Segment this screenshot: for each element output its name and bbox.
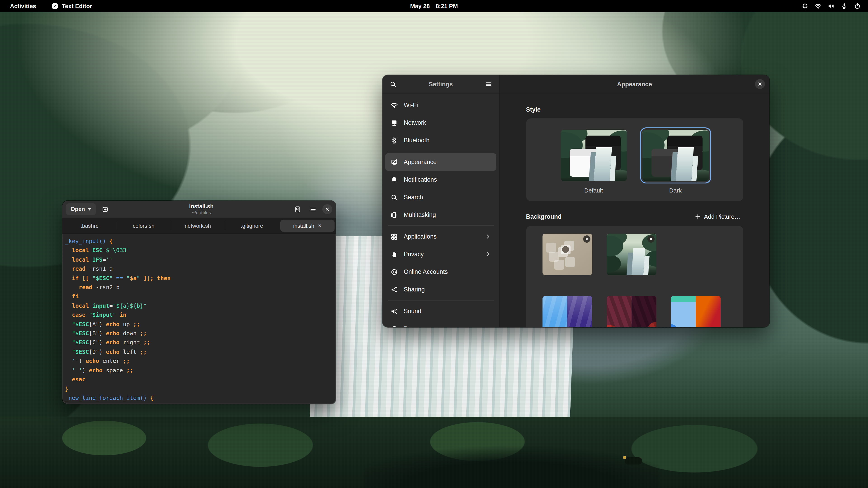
code-line: ' ') echo space ;; — [65, 366, 336, 375]
tab-close-icon[interactable]: ✕ — [318, 223, 322, 228]
style-option-label: Default — [558, 187, 629, 194]
sidebar-item-label: Search — [404, 194, 491, 201]
settings-window: Settings Wi-FiNetworkBluetoothAppearance… — [382, 75, 770, 327]
style-preview-dark — [642, 130, 709, 181]
focused-app-indicator[interactable]: Text Editor — [52, 3, 92, 9]
hamburger-menu-icon — [485, 80, 492, 88]
close-icon — [758, 82, 762, 86]
wallpaper-thumbnail-mini-forest[interactable] — [607, 234, 656, 275]
at-icon — [391, 268, 398, 275]
wallpaper-thumbnail-beige-tiles[interactable] — [542, 234, 592, 275]
sidebar-item-multitasking[interactable]: Multitasking — [385, 206, 496, 224]
volume-icon — [828, 3, 835, 9]
style-option-dark[interactable]: Dark — [640, 127, 711, 194]
activities-button[interactable]: Activities — [10, 3, 36, 9]
settings-close-button[interactable] — [755, 79, 765, 89]
new-tab-button[interactable] — [99, 203, 111, 215]
sidebar-item-notifications[interactable]: Notifications — [385, 171, 496, 188]
tab-label: network.sh — [185, 223, 211, 229]
code-line: } — [65, 384, 336, 394]
sidebar-item-label: Wi-Fi — [404, 102, 491, 108]
sidebar-item-sound[interactable]: Sound — [385, 302, 496, 320]
sidebar-item-wi-fi[interactable]: Wi-Fi — [385, 96, 496, 114]
close-icon — [649, 237, 653, 241]
open-button-label: Open — [70, 206, 85, 213]
search-icon — [391, 194, 398, 201]
sidebar-item-search[interactable]: Search — [385, 188, 496, 206]
code-line: fi — [65, 292, 336, 301]
add-picture-button[interactable]: Add Picture… — [692, 213, 743, 221]
sidebar-item-label: Privacy — [404, 251, 479, 258]
sidebar-item-label: Sound — [404, 308, 491, 315]
document-title: install.sh — [111, 203, 291, 210]
tab-label: install.sh — [293, 223, 314, 229]
tab-label: colors.sh — [133, 223, 154, 229]
code-editor[interactable]: _key_input() { local ESC=$'\033' local I… — [62, 233, 336, 404]
style-card: DefaultDark — [526, 119, 743, 201]
plus-icon — [695, 214, 701, 220]
editor-tab-gitignore[interactable]: .gitignore — [225, 218, 279, 233]
sidebar-item-label: Appearance — [404, 159, 491, 165]
style-option-default[interactable]: Default — [558, 127, 629, 194]
hand-icon — [391, 251, 398, 258]
wallpaper-thumbnail-waves-maroon-red[interactable] — [607, 296, 656, 327]
sidebar-item-online-accounts[interactable]: Online Accounts — [385, 263, 496, 281]
code-line: esac — [65, 375, 336, 384]
wallpaper-image — [671, 296, 720, 327]
sidebar-item-bluetooth[interactable]: Bluetooth — [385, 131, 496, 149]
editor-tab-network-sh[interactable]: network.sh — [170, 218, 225, 233]
sidebar-item-label: Multitasking — [404, 212, 491, 218]
tray-icons[interactable] — [794, 0, 868, 12]
page-title: Appearance — [617, 80, 652, 88]
chevron-right-icon — [485, 251, 491, 257]
editor-tab-bashrc[interactable]: .bashrc — [62, 218, 117, 233]
editor-tab-colors-sh[interactable]: colors.sh — [117, 218, 171, 233]
code-line: local IFS='' — [65, 255, 336, 265]
chevron-right-icon — [485, 234, 491, 239]
document-search-button[interactable] — [291, 203, 303, 215]
editor-close-button[interactable] — [322, 204, 332, 214]
sidebar-search-button[interactable] — [387, 78, 399, 90]
style-option-frame — [558, 127, 629, 184]
document-search-icon — [294, 206, 301, 213]
sidebar-item-label: Network — [404, 119, 491, 126]
remove-wallpaper-button[interactable] — [647, 235, 654, 242]
sidebar-separator — [388, 300, 494, 300]
sidebar-item-label: Power — [404, 325, 491, 327]
clock[interactable]: May 288:21 PM — [410, 3, 458, 9]
wifi-icon — [815, 3, 822, 9]
background-section-label: Background — [526, 213, 562, 220]
document-path: ~/dotfiles — [111, 210, 291, 215]
sidebar-item-power[interactable]: Power — [385, 320, 496, 327]
open-button[interactable]: Open — [66, 203, 96, 215]
tab-label: .bashrc — [81, 223, 98, 229]
apps-grid-icon — [391, 233, 398, 240]
sidebar-menu-button[interactable] — [483, 78, 495, 90]
code-line: '') echo enter ;; — [65, 357, 336, 366]
sidebar-item-network[interactable]: Network — [385, 114, 496, 131]
sidebar-item-label: Bluetooth — [404, 137, 491, 144]
sidebar-item-applications[interactable]: Applications — [385, 228, 496, 246]
text-editor-window: Open install.sh ~/dotfiles — [62, 201, 336, 404]
code-line: _key_input() { — [65, 237, 336, 246]
wifi-icon — [391, 101, 398, 109]
sidebar-item-label: Sharing — [404, 286, 491, 293]
wallpaper-thumbnail-hex-blue-purple[interactable] — [542, 296, 592, 327]
main-menu-button[interactable] — [307, 203, 319, 215]
code-line: read -rsn1 a — [65, 264, 336, 273]
code-line: if [[ "$ESC" == "$a" ]]; then — [65, 273, 336, 283]
sidebar-item-label: Notifications — [404, 176, 491, 183]
text-editor-app-icon — [52, 3, 58, 9]
hamburger-menu-icon — [309, 206, 316, 213]
sidebar-item-privacy[interactable]: Privacy — [385, 246, 496, 263]
wallpaper-thumbnail-drips-blue-orange[interactable] — [671, 296, 720, 327]
text-editor-headerbar: Open install.sh ~/dotfiles — [62, 201, 336, 218]
remove-wallpaper-button[interactable] — [583, 235, 590, 242]
clock-time: 8:21 PM — [436, 3, 458, 9]
wallpaper-image — [542, 296, 592, 327]
microphone-icon — [841, 3, 848, 9]
add-picture-label: Add Picture… — [704, 213, 740, 220]
sidebar-item-appearance[interactable]: Appearance — [385, 153, 496, 171]
editor-tab-install-sh[interactable]: install.sh✕ — [280, 220, 335, 232]
sidebar-item-sharing[interactable]: Sharing — [385, 281, 496, 298]
